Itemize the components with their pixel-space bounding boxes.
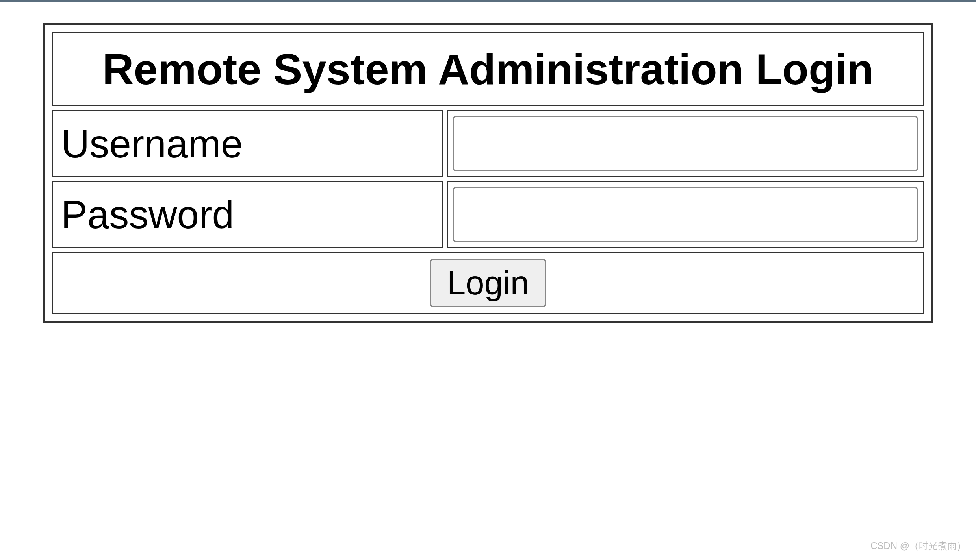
- top-border-line: [0, 0, 976, 2]
- username-label: Username: [61, 122, 243, 166]
- password-label-cell: Password: [52, 181, 443, 248]
- password-input-cell: [447, 181, 924, 248]
- login-form-container: Remote System Administration Login Usern…: [43, 23, 933, 323]
- password-label: Password: [61, 192, 234, 237]
- page-title: Remote System Administration Login: [57, 41, 919, 97]
- title-cell: Remote System Administration Login: [52, 32, 924, 106]
- username-label-cell: Username: [52, 110, 443, 177]
- login-button[interactable]: Login: [430, 259, 546, 307]
- username-input-cell: [447, 110, 924, 177]
- login-form-table: Remote System Administration Login Usern…: [48, 28, 928, 318]
- password-input[interactable]: [453, 187, 918, 242]
- watermark-text: CSDN @（时光煮雨）: [870, 540, 966, 552]
- button-cell: Login: [52, 252, 924, 314]
- username-input[interactable]: [453, 116, 918, 171]
